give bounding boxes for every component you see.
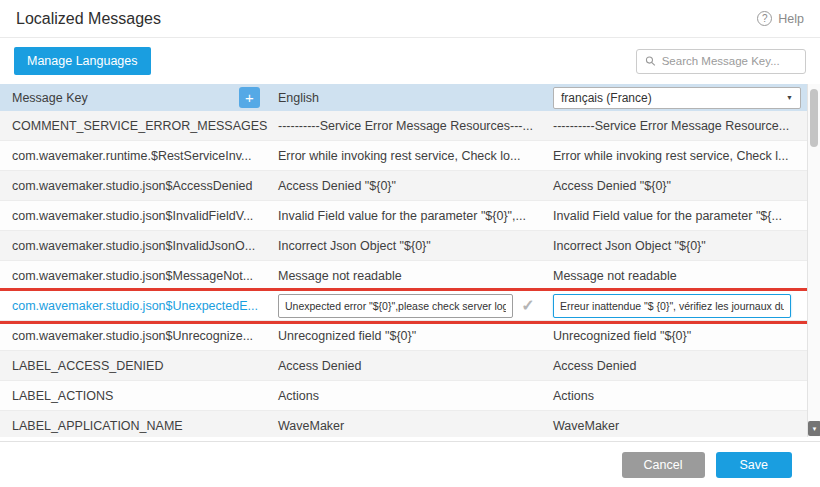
chevron-down-icon: ▼ [786, 94, 793, 101]
table-header-row: Message Key + English français (France) … [0, 84, 807, 111]
toolbar: Manage Languages [0, 38, 820, 84]
table-body: COMMENT_SERVICE_ERROR_MESSAGES----------… [0, 111, 807, 437]
message-key-cell: LABEL_ACCESS_DENIED [0, 359, 268, 373]
vertical-scrollbar[interactable]: ▼ [807, 84, 820, 437]
message-key-cell: com.wavemaker.studio.json$InvalidFieldV.… [0, 209, 268, 223]
english-text-cell: Access Denied "${0}" [268, 179, 545, 193]
message-key-cell: com.wavemaker.runtime.$RestServiceInv... [0, 149, 268, 163]
column-header-language: français (France) ▼ [545, 87, 807, 109]
english-text-cell: Error while invoking rest service, Check… [268, 149, 545, 163]
page-title: Localized Messages [16, 10, 161, 28]
message-key-cell: com.wavemaker.studio.json$InvalidJsonO..… [0, 239, 268, 253]
search-icon [645, 55, 656, 67]
column-header-english: English [268, 91, 545, 105]
search-input[interactable] [662, 55, 797, 67]
help-link[interactable]: ? Help [757, 11, 804, 26]
search-box[interactable] [636, 49, 806, 74]
french-text-cell: WaveMaker [545, 419, 807, 433]
message-key-cell: com.wavemaker.studio.json$Unrecognize... [0, 329, 268, 343]
english-edit-input[interactable] [278, 294, 513, 318]
footer-bar: Cancel Save [0, 441, 820, 487]
message-key-cell: COMMENT_SERVICE_ERROR_MESSAGES [0, 119, 268, 133]
french-text-cell: Error while invoking rest service, Check… [545, 149, 807, 163]
title-bar: Localized Messages ? Help [0, 0, 820, 38]
french-text-cell: Invalid Field value for the parameter "$… [545, 209, 807, 223]
english-text-cell: Message not readable [268, 269, 545, 283]
english-text-cell: Incorrect Json Object "${0}" [268, 239, 545, 253]
french-edit-input[interactable] [553, 294, 791, 318]
message-key-header-label: Message Key [12, 91, 88, 105]
french-text-cell: Incorrect Json Object "${0}" [545, 239, 807, 253]
messages-table: Message Key + English français (France) … [0, 84, 807, 437]
table-row[interactable]: com.wavemaker.studio.json$InvalidJsonO..… [0, 231, 807, 261]
confirm-check-icon[interactable]: ✓ [513, 296, 543, 315]
table-row-editing[interactable]: com.wavemaker.studio.json$UnexpectedE...… [0, 291, 807, 321]
french-edit-cell [545, 294, 807, 318]
table-row[interactable]: LABEL_ACTIONSActionsActions [0, 381, 807, 411]
english-text-cell: Unrecognized field "${0}" [268, 329, 545, 343]
english-text-cell: WaveMaker [268, 419, 545, 433]
french-text-cell: Access Denied [545, 359, 807, 373]
table-row[interactable]: COMMENT_SERVICE_ERROR_MESSAGES----------… [0, 111, 807, 141]
table-row[interactable]: com.wavemaker.studio.json$AccessDeniedAc… [0, 171, 807, 201]
arrow-down-icon: ▼ [812, 426, 818, 432]
table-row[interactable]: com.wavemaker.studio.json$InvalidFieldV.… [0, 201, 807, 231]
french-text-cell: ----------Service Error Message Resource… [545, 119, 807, 133]
column-header-message-key: Message Key + [0, 87, 268, 108]
add-message-key-button[interactable]: + [239, 87, 260, 108]
english-text-cell: ----------Service Error Message Resource… [268, 119, 545, 133]
message-key-cell: com.wavemaker.studio.json$MessageNot... [0, 269, 268, 283]
help-label: Help [778, 12, 804, 26]
table-row[interactable]: LABEL_ACCESS_DENIEDAccess DeniedAccess D… [0, 351, 807, 381]
scroll-down-button[interactable]: ▼ [808, 421, 820, 436]
cancel-button[interactable]: Cancel [622, 452, 705, 478]
save-button[interactable]: Save [716, 452, 793, 478]
language-select[interactable]: français (France) ▼ [553, 87, 801, 109]
help-icon: ? [757, 11, 772, 26]
message-key-cell: LABEL_APPLICATION_NAME [0, 419, 268, 433]
french-text-cell: Unrecognized field "${0}" [545, 329, 807, 343]
english-text-cell: Actions [268, 389, 545, 403]
message-key-cell: com.wavemaker.studio.json$UnexpectedE... [0, 299, 268, 313]
english-text-cell: Invalid Field value for the parameter "$… [268, 209, 545, 223]
english-edit-cell: ✓ [268, 294, 545, 318]
french-text-cell: Access Denied "${0}" [545, 179, 807, 193]
table-row[interactable]: com.wavemaker.runtime.$RestServiceInv...… [0, 141, 807, 171]
table-row[interactable]: com.wavemaker.studio.json$Unrecognize...… [0, 321, 807, 351]
english-text-cell: Access Denied [268, 359, 545, 373]
french-text-cell: Actions [545, 389, 807, 403]
message-key-cell: com.wavemaker.studio.json$AccessDenied [0, 179, 268, 193]
french-text-cell: Message not readable [545, 269, 807, 283]
table-row[interactable]: com.wavemaker.studio.json$MessageNot...M… [0, 261, 807, 291]
language-select-value: français (France) [561, 91, 652, 105]
manage-languages-button[interactable]: Manage Languages [14, 47, 151, 75]
message-key-cell: LABEL_ACTIONS [0, 389, 268, 403]
table-row[interactable]: LABEL_APPLICATION_NAMEWaveMakerWaveMaker [0, 411, 807, 437]
scrollbar-thumb[interactable] [810, 89, 818, 147]
